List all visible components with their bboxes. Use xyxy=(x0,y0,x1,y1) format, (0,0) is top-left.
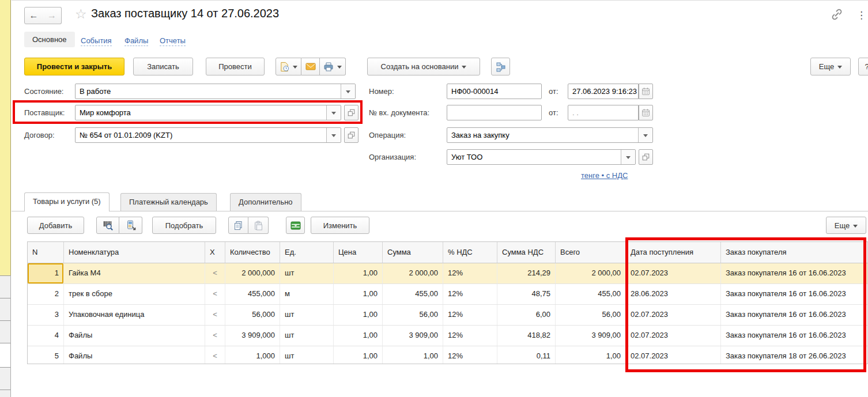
cell-total[interactable]: 3 909,00 xyxy=(556,326,626,346)
forward-button[interactable]: → xyxy=(43,7,62,24)
post-button[interactable]: Провести xyxy=(206,58,265,75)
cell-x[interactable]: < xyxy=(205,346,225,364)
incoming-date-field[interactable]: . . xyxy=(568,105,639,120)
incoming-number-field[interactable] xyxy=(447,105,542,120)
cell-total[interactable]: 1,00 xyxy=(556,346,626,364)
cell-unit[interactable]: м xyxy=(280,284,334,304)
cell-vat_sum[interactable]: 48,75 xyxy=(497,284,556,304)
create-based-on-button[interactable]: Создать на основании xyxy=(367,58,480,75)
tab-goods-services[interactable]: Товары и услуги (5) xyxy=(24,192,110,211)
copy-rows-button[interactable] xyxy=(228,217,248,234)
supplier-open-button[interactable] xyxy=(344,105,358,120)
column-header[interactable]: Номенклатура xyxy=(64,242,205,263)
post-and-close-button[interactable]: Провести и закрыть xyxy=(24,58,124,75)
nav-tab-reports[interactable]: Отчеты xyxy=(160,36,186,46)
cell-sum[interactable]: 3 909,00 xyxy=(383,326,443,346)
cell-n[interactable]: 2 xyxy=(28,284,64,304)
cell-vat[interactable]: 12% xyxy=(443,346,497,364)
cell-qty[interactable]: 56,000 xyxy=(225,305,280,325)
column-header[interactable]: Дата поступления xyxy=(626,242,721,263)
cell-total[interactable]: 56,00 xyxy=(556,305,626,325)
document-date-calendar-button[interactable] xyxy=(639,84,653,99)
paste-rows-button[interactable] xyxy=(248,217,269,234)
cell-name[interactable]: Гайка М4 xyxy=(64,263,205,283)
cell-unit[interactable]: шт xyxy=(280,305,334,325)
cell-x[interactable]: < xyxy=(205,326,225,346)
incoming-date-calendar-button[interactable] xyxy=(639,105,653,120)
cell-date[interactable]: 02.07.2023 xyxy=(626,326,721,346)
cell-total[interactable]: 2 000,00 xyxy=(556,263,626,283)
dropdown-button[interactable] xyxy=(621,150,635,164)
cell-price[interactable]: 1,00 xyxy=(334,305,383,325)
column-header[interactable]: Цена xyxy=(334,242,383,263)
cell-x[interactable]: < xyxy=(205,263,225,283)
cell-date[interactable]: 28.06.2023 xyxy=(626,284,721,304)
cell-vat[interactable]: 12% xyxy=(443,326,497,346)
cell-sum[interactable]: 1,00 xyxy=(383,346,443,364)
table-row[interactable]: 2трек в сборе<455,000м1,00455,0012%48,75… xyxy=(28,284,867,305)
cell-order[interactable]: Заказ покупателя 16 от 16.06.2023 xyxy=(721,263,868,283)
form-more-button[interactable]: Еще xyxy=(810,58,851,75)
cell-qty[interactable]: 3 909,000 xyxy=(225,326,280,346)
cell-price[interactable]: 1,00 xyxy=(334,326,383,346)
contract-open-button[interactable] xyxy=(344,127,358,143)
totals-settings-button[interactable] xyxy=(286,217,305,234)
column-header[interactable]: Всего xyxy=(556,242,626,263)
cell-order[interactable]: Заказ покупателя 16 от 16.06.2023 xyxy=(721,284,868,304)
cell-n[interactable]: 1 xyxy=(28,263,64,283)
number-field[interactable]: НФ00-000014 xyxy=(447,84,542,99)
tab-payment-calendar[interactable]: Платежный календарь xyxy=(120,193,217,211)
table-row[interactable]: 1Гайка М4<2 000,000шт1,002 000,0012%214,… xyxy=(28,263,867,284)
cell-qty[interactable]: 1,000 xyxy=(225,346,280,364)
cell-sum[interactable]: 2 000,00 xyxy=(383,263,443,283)
nav-tab-files[interactable]: Файлы xyxy=(124,36,148,46)
cell-name[interactable]: Упаковочная единица xyxy=(64,305,205,325)
dropdown-button[interactable] xyxy=(638,128,652,142)
cell-vat[interactable]: 12% xyxy=(443,305,497,325)
data-terminal-button[interactable] xyxy=(119,217,142,234)
pick-items-button[interactable]: Подобрать xyxy=(152,217,216,234)
cell-qty[interactable]: 2 000,000 xyxy=(225,263,280,283)
column-header[interactable]: Заказ покупателя xyxy=(721,242,868,263)
cell-vat[interactable]: 12% xyxy=(443,284,497,304)
save-button[interactable]: Записать xyxy=(133,58,193,75)
column-header[interactable]: Количество xyxy=(225,242,280,263)
cell-n[interactable]: 3 xyxy=(28,305,64,325)
favorite-star-icon[interactable]: ☆ xyxy=(75,7,87,20)
cell-name[interactable]: Файлы xyxy=(64,326,205,346)
back-button[interactable]: ← xyxy=(24,7,43,24)
cell-price[interactable]: 1,00 xyxy=(334,346,383,364)
cell-name[interactable]: трек в сборе xyxy=(64,284,205,304)
send-email-button[interactable] xyxy=(301,58,320,75)
add-row-button[interactable]: Добавить xyxy=(27,217,84,234)
copy-link-icon[interactable] xyxy=(830,7,844,21)
cell-order[interactable]: Заказ покупателя 16 от 16.06.2023 xyxy=(721,305,868,325)
column-header[interactable]: Ед. xyxy=(280,242,334,263)
currency-vat-link[interactable]: тенге • с НДС xyxy=(581,171,628,180)
barcode-search-button[interactable] xyxy=(96,217,119,234)
column-header[interactable]: % НДС xyxy=(443,242,497,263)
column-header[interactable]: X xyxy=(205,242,225,263)
table-row[interactable]: 5Файлы<1,000шт1,001,0012%0,111,0002.07.2… xyxy=(28,346,867,364)
cell-order[interactable]: Заказ покупателя 18 от 26.06.2023 xyxy=(721,346,868,364)
related-documents-button[interactable] xyxy=(491,58,510,75)
nav-tab-main[interactable]: Основное xyxy=(24,32,75,47)
organization-open-button[interactable] xyxy=(639,149,653,165)
cell-price[interactable]: 1,00 xyxy=(334,284,383,304)
cell-vat_sum[interactable]: 418,82 xyxy=(497,326,556,346)
cell-vat_sum[interactable]: 214,29 xyxy=(497,263,556,283)
nav-tab-events[interactable]: События xyxy=(81,36,112,46)
cell-order[interactable]: Заказ покупателя 16 от 16.06.2023 xyxy=(721,326,868,346)
column-header[interactable]: Сумма xyxy=(383,242,443,263)
cell-unit[interactable]: шт xyxy=(280,346,334,364)
table-row[interactable]: 3Упаковочная единица<56,000шт1,0056,0012… xyxy=(28,305,867,326)
cell-sum[interactable]: 455,00 xyxy=(383,284,443,304)
dropdown-button[interactable] xyxy=(326,128,341,142)
cell-total[interactable]: 455,00 xyxy=(556,284,626,304)
help-button[interactable]: ? xyxy=(858,58,868,75)
cell-x[interactable]: < xyxy=(205,305,225,325)
operation-field[interactable]: Заказ на закупку xyxy=(447,127,653,143)
cell-date[interactable]: 02.07.2023 xyxy=(626,346,721,364)
cell-qty[interactable]: 455,000 xyxy=(225,284,280,304)
cell-unit[interactable]: шт xyxy=(280,326,334,346)
